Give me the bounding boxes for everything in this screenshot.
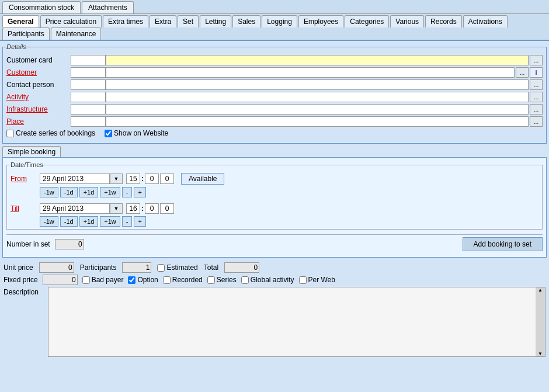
checkbox-per-web[interactable]	[299, 276, 307, 284]
btn-from-minus1w[interactable]: -1w	[40, 187, 58, 197]
input-customer-main[interactable]	[106, 67, 515, 78]
label-per-web: Per Web	[308, 276, 335, 284]
btn-from-plus1w[interactable]: +1w	[100, 187, 120, 197]
tab-attachments[interactable]: Attachments	[82, 1, 134, 13]
tab-set[interactable]: Set	[178, 15, 199, 27]
tab-general[interactable]: General	[2, 15, 39, 27]
btn-infra-browse[interactable]: ...	[530, 104, 543, 115]
label-till[interactable]: Till	[11, 204, 40, 213]
lower-row1: Unit price Participants Estimated Total	[4, 262, 545, 273]
tab-categories[interactable]: Categories	[345, 15, 389, 27]
tab-logging[interactable]: Logging	[262, 15, 297, 27]
tab-extra-times[interactable]: Extra times	[103, 15, 148, 27]
input-contact-main[interactable]	[106, 79, 529, 90]
tab-extra[interactable]: Extra	[150, 15, 176, 27]
input-participants[interactable]	[122, 262, 151, 273]
checkbox-create-series[interactable]	[6, 130, 14, 137]
from-min2[interactable]: 0	[160, 174, 174, 184]
input-infra-small[interactable]	[71, 104, 106, 115]
input-from-date[interactable]	[40, 174, 110, 184]
textarea-description[interactable]	[48, 287, 536, 356]
checkbox-estimated[interactable]	[157, 264, 165, 272]
btn-till-minus1d[interactable]: -1d	[60, 216, 78, 227]
tab-letting[interactable]: Letting	[200, 15, 231, 27]
recorded-item: Recorded	[163, 276, 203, 284]
tab-maintenance[interactable]: Maintenance	[51, 27, 102, 40]
checkbox-bad-payer[interactable]	[82, 276, 90, 284]
input-activity-main[interactable]	[106, 92, 529, 102]
btn-till-minus[interactable]: -	[122, 216, 133, 227]
tab-various[interactable]: Various	[390, 15, 424, 27]
per-web-item: Per Web	[299, 276, 335, 284]
checkbox-show-website[interactable]	[105, 130, 112, 137]
input-place-small[interactable]	[71, 116, 106, 127]
label-global-activity: Global activity	[251, 276, 294, 284]
till-colon: :	[141, 204, 144, 213]
btn-till-plus[interactable]: +	[134, 216, 145, 227]
from-hour[interactable]: 15	[126, 174, 140, 184]
label-from[interactable]: From	[11, 175, 40, 183]
tab-participants[interactable]: Participants	[2, 27, 50, 40]
label-description: Description	[4, 287, 44, 296]
tab-activations[interactable]: Activations	[463, 15, 508, 27]
input-place-main[interactable]	[106, 116, 529, 127]
btn-available[interactable]: Available	[181, 173, 224, 185]
till-time: 16 : 0 0	[126, 203, 174, 214]
btn-from-minus1d[interactable]: -1d	[60, 187, 78, 197]
input-customer-card-small[interactable]	[71, 55, 106, 65]
btn-till-minus1w[interactable]: -1w	[40, 216, 58, 227]
input-customer-small[interactable]	[71, 67, 106, 78]
series-item: Series	[207, 276, 237, 284]
btn-till-plus1w[interactable]: +1w	[100, 216, 120, 227]
btn-till-calendar[interactable]: ▼	[110, 203, 123, 214]
label-activity[interactable]: Activity	[6, 93, 71, 101]
tab-consommation[interactable]: Consommation stock	[2, 1, 81, 13]
btn-from-plus[interactable]: +	[134, 187, 145, 197]
input-number-in-set[interactable]	[55, 239, 84, 249]
tab-simple-booking[interactable]: Simple booking	[2, 146, 61, 157]
label-customer[interactable]: Customer	[6, 68, 71, 77]
checkbox-option[interactable]	[128, 276, 135, 284]
datetime-group: Date/Times From ▼ 15 : 0 0 Available -1w	[6, 161, 543, 230]
tab-sales[interactable]: Sales	[232, 15, 260, 27]
label-unit-price: Unit price	[4, 263, 33, 272]
input-till-date[interactable]	[40, 203, 110, 214]
input-total[interactable]	[224, 262, 259, 273]
btn-customer-browse[interactable]: ...	[516, 67, 529, 78]
btn-activity-browse[interactable]: ...	[530, 92, 543, 102]
input-activity-small[interactable]	[71, 92, 106, 102]
label-recorded: Recorded	[172, 276, 203, 284]
till-min1[interactable]: 0	[145, 203, 159, 214]
btn-contact-browse[interactable]: ...	[530, 79, 543, 90]
input-customer-card-main[interactable]	[106, 55, 529, 65]
tab-records[interactable]: Records	[425, 15, 462, 27]
till-min2[interactable]: 0	[160, 203, 174, 214]
btn-from-plus1d[interactable]: +1d	[79, 187, 99, 197]
from-min1[interactable]: 0	[145, 174, 159, 184]
btn-from-calendar[interactable]: ▼	[110, 174, 123, 184]
btn-till-plus1d[interactable]: +1d	[79, 216, 99, 227]
input-fixed-price[interactable]	[43, 275, 78, 285]
label-total: Total	[204, 263, 218, 272]
checkbox-global-activity[interactable]	[241, 276, 249, 284]
label-place[interactable]: Place	[6, 117, 71, 126]
top-tab-bar: Consommation stock Attachments	[0, 0, 549, 14]
main-content: Details Customer card ... Customer ... i…	[0, 41, 549, 260]
field-row-place: Place ...	[6, 116, 543, 127]
scroll-top-arrow[interactable]: ▲	[538, 287, 543, 293]
btn-add-booking-to-set[interactable]: Add booking to set	[463, 237, 543, 251]
tab-employees[interactable]: Employees	[298, 15, 343, 27]
btn-from-minus[interactable]: -	[122, 187, 133, 197]
input-infra-main[interactable]	[106, 104, 529, 115]
input-contact-small[interactable]	[71, 79, 106, 90]
tab-price[interactable]: Price calculation	[40, 15, 102, 27]
btn-customer-info[interactable]: i	[530, 67, 543, 78]
btn-place-browse[interactable]: ...	[530, 116, 543, 127]
till-hour[interactable]: 16	[126, 203, 140, 214]
input-unit-price[interactable]	[39, 262, 74, 273]
btn-customer-card-browse[interactable]: ...	[530, 55, 543, 65]
label-infrastructure[interactable]: Infrastructure	[6, 105, 71, 113]
checkbox-series[interactable]	[207, 276, 215, 284]
scroll-bottom-arrow[interactable]: ▼	[538, 351, 543, 356]
checkbox-recorded[interactable]	[163, 276, 171, 284]
